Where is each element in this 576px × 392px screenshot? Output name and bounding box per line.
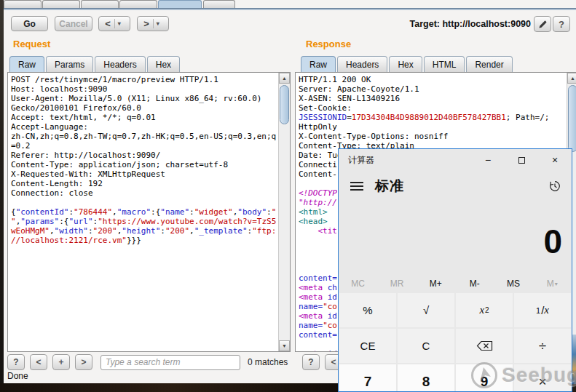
- close-button[interactable]: ×: [538, 149, 572, 171]
- repeater-tab-stub[interactable]: [158, 0, 202, 8]
- memory-mminus-button[interactable]: M-: [455, 274, 494, 293]
- chevron-down-icon: ▾: [555, 281, 558, 287]
- target-line: Target: http://localhost:9090: [410, 19, 531, 29]
- target-label: Target:: [410, 19, 440, 29]
- key-8[interactable]: 8: [398, 364, 454, 392]
- tab-hex[interactable]: Hex: [147, 56, 180, 72]
- repeater-tab-stub[interactable]: [81, 0, 119, 8]
- help-button[interactable]: ?: [553, 16, 570, 32]
- calculator-display: 0: [339, 201, 572, 258]
- tab-headers[interactable]: Headers: [337, 56, 387, 72]
- maximize-icon: [518, 157, 525, 164]
- request-search-bar: ? < + > 0 matches: [7, 353, 288, 371]
- tab-headers[interactable]: Headers: [95, 56, 145, 72]
- scroll-up-icon[interactable]: ▲: [567, 73, 576, 84]
- previous-request-button[interactable]: < ▾: [98, 16, 130, 31]
- cancel-button[interactable]: Cancel: [55, 16, 92, 31]
- search-matches-count: 0 matches: [248, 357, 288, 367]
- memory-mc-button[interactable]: MC: [339, 274, 377, 293]
- target-value: http://localhost:9090: [442, 19, 531, 29]
- key-7[interactable]: 7: [339, 364, 396, 392]
- calculator-titlebar[interactable]: 计算器 − ×: [339, 149, 572, 171]
- status-text: Done: [7, 371, 28, 381]
- next-arrow: >: [143, 18, 149, 29]
- search-help-button[interactable]: ?: [7, 354, 25, 370]
- request-raw-text[interactable]: POST /rest/tinymce/1/macro/preview HTTP/…: [8, 73, 278, 351]
- search-next-button[interactable]: >: [75, 354, 92, 370]
- previous-arrow: <: [105, 18, 111, 29]
- search-help-button[interactable]: ?: [302, 354, 320, 370]
- search-input[interactable]: [100, 355, 240, 370]
- minimize-button[interactable]: −: [471, 149, 505, 171]
- key-square[interactable]: x2: [456, 293, 513, 327]
- repeater-tab-stub[interactable]: [42, 0, 80, 8]
- repeater-tab-stub[interactable]: [119, 0, 157, 8]
- key-clear[interactable]: C: [398, 329, 454, 363]
- backspace-icon: [476, 340, 493, 351]
- key-sqrt[interactable]: √: [398, 293, 454, 327]
- key-reciprocal[interactable]: 1/x: [514, 293, 571, 327]
- calculator-title: 计算器: [348, 154, 374, 167]
- memory-mplus-button[interactable]: M+: [417, 274, 455, 293]
- history-button[interactable]: [548, 180, 561, 193]
- tab-html[interactable]: HTML: [424, 56, 465, 72]
- tab-hex[interactable]: Hex: [389, 56, 422, 72]
- maximize-button[interactable]: [505, 149, 538, 171]
- calculator-keypad: %√x21/xCEC÷789×: [339, 293, 571, 392]
- scrollbar-thumb[interactable]: [280, 85, 289, 124]
- memory-button-row: MCMRM+M-MSM▾: [339, 274, 572, 293]
- desktop-background-left: [0, 0, 4, 392]
- scroll-up-icon[interactable]: ▲: [279, 73, 290, 84]
- repeater-tab-bar: [4, 0, 576, 8]
- calculator-mode-label: 标准: [375, 177, 404, 196]
- key-percent[interactable]: %: [339, 293, 396, 327]
- tab-render[interactable]: Render: [466, 56, 512, 72]
- request-tabs: RawParamsHeadersHex: [9, 56, 181, 72]
- chevron-down-icon[interactable]: ▾: [114, 19, 124, 28]
- edit-target-button[interactable]: [534, 16, 551, 32]
- desktop-background-right: [572, 335, 576, 384]
- go-button[interactable]: Go: [11, 16, 48, 31]
- key-9[interactable]: 9: [456, 364, 513, 392]
- response-section-title: Response: [306, 39, 351, 49]
- pencil-icon: [538, 20, 548, 29]
- memory-m-button[interactable]: M▾: [533, 274, 572, 293]
- tab-raw[interactable]: Raw: [301, 56, 336, 72]
- history-icon: [548, 180, 561, 193]
- key-backspace[interactable]: [456, 329, 513, 363]
- scrollbar-thumb[interactable]: [568, 85, 576, 152]
- menu-icon[interactable]: [350, 182, 363, 191]
- key-ce[interactable]: CE: [339, 329, 396, 363]
- next-request-button[interactable]: > ▾: [137, 16, 169, 31]
- tab-params[interactable]: Params: [46, 56, 93, 72]
- calculator-window: 计算器 − × 标准 0 MCMRM+M-MSM▾ %√x21/xCEC÷789…: [338, 148, 572, 392]
- memory-ms-button[interactable]: MS: [494, 274, 532, 293]
- repeater-tab-stub[interactable]: [203, 0, 235, 8]
- request-scrollbar[interactable]: ▲ ▼: [278, 73, 290, 351]
- key-multiply[interactable]: ×: [514, 364, 571, 392]
- chevron-down-icon[interactable]: ▾: [153, 19, 162, 28]
- tab-raw[interactable]: Raw: [9, 56, 44, 72]
- tab-bar-divider: [4, 8, 576, 10]
- scroll-down-icon[interactable]: ▼: [279, 340, 290, 351]
- key-divide[interactable]: ÷: [514, 329, 571, 363]
- request-editor: POST /rest/tinymce/1/macro/preview HTTP/…: [7, 72, 291, 352]
- request-section-title: Request: [13, 39, 50, 49]
- search-previous-button[interactable]: <: [30, 354, 47, 370]
- memory-mr-button[interactable]: MR: [377, 274, 416, 293]
- search-add-button[interactable]: +: [52, 354, 70, 370]
- response-tabs: RawHeadersHexHTMLRender: [301, 56, 514, 72]
- repeater-tab-stub[interactable]: [4, 0, 42, 8]
